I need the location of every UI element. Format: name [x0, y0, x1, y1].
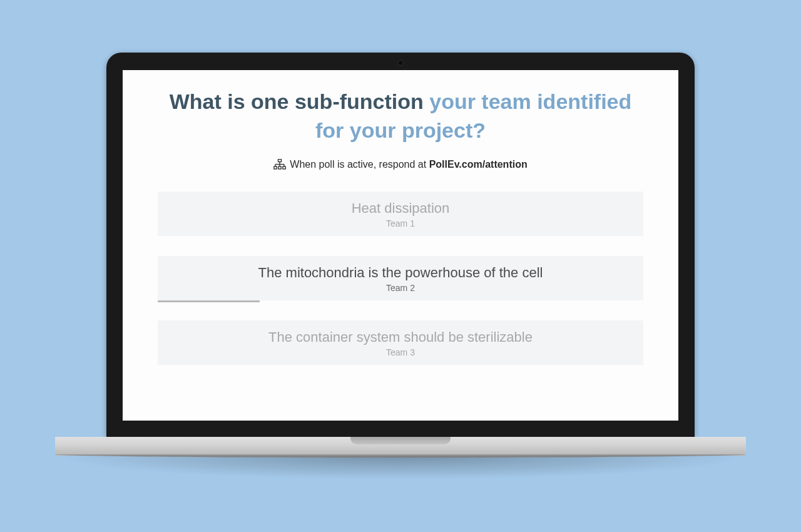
hierarchy-icon: [273, 159, 286, 170]
laptop-frame: What is one sub-function your team ident…: [106, 53, 695, 479]
response-team: Team 2: [164, 283, 637, 293]
instruction-url: PollEv.com/attention: [429, 159, 528, 170]
response-text: Heat dissipation: [164, 200, 637, 217]
poll-content: What is one sub-function your team ident…: [123, 70, 678, 377]
response-card[interactable]: Heat dissipation Team 1: [158, 192, 643, 236]
instruction-prefix: When poll is active, respond at: [290, 159, 429, 170]
svg-rect-7: [278, 166, 281, 169]
poll-question: What is one sub-function your team ident…: [154, 88, 647, 145]
laptop-shadow: [55, 456, 746, 479]
svg-rect-6: [274, 166, 277, 169]
instruction-text: When poll is active, respond at PollEv.c…: [290, 159, 527, 170]
response-card[interactable]: The mitochondria is the powerhouse of th…: [158, 256, 643, 300]
response-team: Team 3: [164, 347, 637, 357]
camera-dot: [398, 60, 404, 66]
response-team: Team 1: [164, 218, 637, 228]
svg-rect-0: [278, 159, 282, 161]
laptop-screen: What is one sub-function your team ident…: [123, 70, 678, 421]
responses-list: Heat dissipation Team 1 The mitochondria…: [154, 192, 647, 365]
progress-bar: [158, 300, 260, 302]
response-text: The mitochondria is the powerhouse of th…: [164, 265, 637, 281]
laptop-base: [55, 437, 746, 456]
response-text: The container system should be steriliza…: [164, 329, 637, 345]
laptop-bezel: What is one sub-function your team ident…: [106, 53, 695, 437]
svg-rect-8: [283, 166, 285, 169]
question-part-1: What is one sub-function: [170, 90, 430, 113]
poll-instruction: When poll is active, respond at PollEv.c…: [154, 159, 647, 170]
response-card[interactable]: The container system should be steriliza…: [158, 320, 643, 365]
